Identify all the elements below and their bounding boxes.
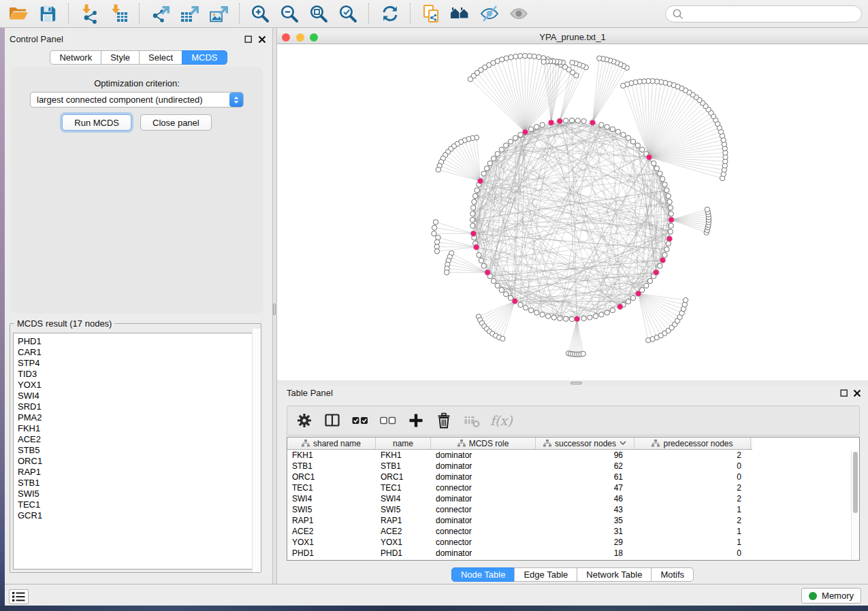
table-row[interactable]: SWI4SWI4dominator462 xyxy=(287,493,859,504)
create-column-button[interactable] xyxy=(406,412,425,430)
table-row[interactable]: FKH1FKH1dominator962 xyxy=(287,450,859,461)
mcds-result-item[interactable]: FKH1 xyxy=(18,423,257,434)
tab-network[interactable]: Network xyxy=(50,50,101,65)
export-image-button[interactable] xyxy=(206,2,231,25)
tab-motifs[interactable]: Motifs xyxy=(651,567,694,582)
trash-icon xyxy=(435,412,453,429)
mcds-result-item[interactable]: ACE2 xyxy=(18,434,257,445)
tab-node-table[interactable]: Node Table xyxy=(451,567,515,582)
save-session-button[interactable] xyxy=(35,2,60,25)
network-canvas[interactable] xyxy=(277,44,868,380)
table-row[interactable]: STB1STB1dominator620 xyxy=(287,461,859,472)
import-network-button[interactable] xyxy=(77,2,101,25)
tab-style[interactable]: Style xyxy=(101,50,140,65)
mcds-result-item[interactable]: STB5 xyxy=(18,445,257,456)
toolbar-separator xyxy=(368,3,369,24)
delete-column-button[interactable] xyxy=(434,412,453,430)
tab-network-table[interactable]: Network Table xyxy=(577,567,652,582)
horizontal-splitter[interactable] xyxy=(277,380,868,386)
delete-table-button[interactable] xyxy=(462,412,481,430)
window-maximize-button[interactable] xyxy=(310,33,318,42)
zoom-in-button[interactable] xyxy=(248,2,272,25)
mcds-result-item[interactable]: STB1 xyxy=(18,478,257,489)
refresh-button[interactable] xyxy=(377,2,402,25)
control-panel-float-button[interactable] xyxy=(244,35,253,44)
node-table-header: shared name name MCDS role successor nod… xyxy=(287,437,752,450)
first-neighbors-button[interactable] xyxy=(448,2,472,25)
zoom-out-button[interactable] xyxy=(277,2,302,25)
splitter-grip[interactable] xyxy=(570,382,582,384)
import-table-button[interactable] xyxy=(106,2,131,25)
show-all-button[interactable] xyxy=(507,2,531,25)
column-header-successor-nodes[interactable]: successor nodes xyxy=(536,437,634,449)
toolbar-separator xyxy=(68,3,69,24)
tab-mcds[interactable]: MCDS xyxy=(182,50,227,65)
table-row[interactable]: TEC1TEC1connector472 xyxy=(287,482,859,493)
mcds-result-scrollbar[interactable] xyxy=(252,329,261,572)
mcds-result-item[interactable]: PHD1 xyxy=(18,336,257,347)
export-table-button[interactable] xyxy=(177,2,202,25)
mcds-result-item[interactable]: PMA2 xyxy=(18,412,257,423)
optimization-criterion-select[interactable]: largest connected component (undirected) xyxy=(30,92,244,108)
tab-edge-table[interactable]: Edge Table xyxy=(514,567,577,582)
mcds-result-item[interactable]: RAP1 xyxy=(18,467,257,478)
vertical-splitter[interactable] xyxy=(272,28,277,584)
column-header-shared-name[interactable]: shared name xyxy=(287,437,376,449)
run-mcds-button[interactable]: Run MCDS xyxy=(62,114,131,131)
mcds-result-item[interactable]: SWI5 xyxy=(18,489,257,499)
table-scrollbar[interactable] xyxy=(851,450,858,559)
mcds-result-item[interactable]: ORC1 xyxy=(18,456,257,467)
mcds-result-item[interactable]: GCR1 xyxy=(18,510,257,521)
tab-select[interactable]: Select xyxy=(139,50,182,65)
mcds-result-item[interactable]: SRD1 xyxy=(18,401,257,412)
mcds-result-item[interactable]: CAR1 xyxy=(18,347,257,358)
table-panel-title: Table Panel xyxy=(287,388,333,398)
table-row[interactable]: PHD1PHD1dominator180 xyxy=(287,548,859,559)
table-options-button[interactable] xyxy=(295,412,313,430)
table-row[interactable]: RAP1RAP1dominator352 xyxy=(287,515,859,526)
table-panel-float-button[interactable] xyxy=(840,389,848,397)
show-all-eye-icon xyxy=(509,3,529,24)
export-network-button[interactable] xyxy=(148,2,172,25)
window-minimize-button[interactable] xyxy=(296,33,304,42)
table-row[interactable]: YOX1YOX1connector291 xyxy=(287,537,859,548)
search-input[interactable] xyxy=(688,9,855,19)
save-floppy-icon xyxy=(38,4,57,23)
network-graph[interactable] xyxy=(277,44,868,380)
task-history-button[interactable] xyxy=(9,589,29,604)
table-row[interactable]: ORC1ORC1dominator610 xyxy=(287,472,859,482)
zoom-selected-button[interactable] xyxy=(336,2,360,25)
toolbar-separator xyxy=(139,3,140,24)
optimization-criterion-label: Optimization criterion: xyxy=(11,78,263,88)
task-list-icon xyxy=(12,591,26,603)
splitter-grip[interactable] xyxy=(273,303,276,315)
table-row[interactable]: SWI5SWI5connector431 xyxy=(287,504,859,515)
deselect-all-button[interactable] xyxy=(379,412,397,430)
window-close-button[interactable] xyxy=(282,33,290,42)
desktop-wallpaper-bottom xyxy=(0,606,868,611)
memory-button[interactable]: Memory xyxy=(801,588,861,604)
plus-icon xyxy=(407,412,425,429)
scrollbar-thumb[interactable] xyxy=(853,452,858,513)
hide-selection-button[interactable] xyxy=(477,2,502,25)
select-all-button[interactable] xyxy=(351,412,369,430)
zoom-fit-button[interactable] xyxy=(306,2,331,25)
table-row[interactable]: ACE2ACE2connector311 xyxy=(287,526,859,537)
new-network-from-selection-button[interactable] xyxy=(419,2,443,25)
mcds-result-item[interactable]: TEC1 xyxy=(18,499,257,510)
open-session-button[interactable] xyxy=(6,2,31,25)
show-columns-button[interactable] xyxy=(323,412,341,430)
mcds-result-item[interactable]: STP4 xyxy=(18,358,257,369)
zoom-selected-icon xyxy=(338,3,358,24)
mcds-result-item[interactable]: TID3 xyxy=(18,369,257,380)
close-panel-button[interactable]: Close panel xyxy=(140,114,212,131)
table-panel-close-button[interactable] xyxy=(853,389,861,397)
column-header-mcds-role[interactable]: MCDS role xyxy=(431,437,536,449)
column-header-predecessor-nodes[interactable]: predecessor nodes xyxy=(634,437,751,449)
mcds-result-item[interactable]: YOX1 xyxy=(18,380,257,391)
column-header-name[interactable]: name xyxy=(376,437,431,449)
hide-selection-eye-icon xyxy=(479,3,500,24)
control-panel-close-button[interactable] xyxy=(258,35,266,44)
function-builder-icon[interactable]: f(x) xyxy=(490,413,513,428)
mcds-result-item[interactable]: SWI4 xyxy=(18,391,257,401)
